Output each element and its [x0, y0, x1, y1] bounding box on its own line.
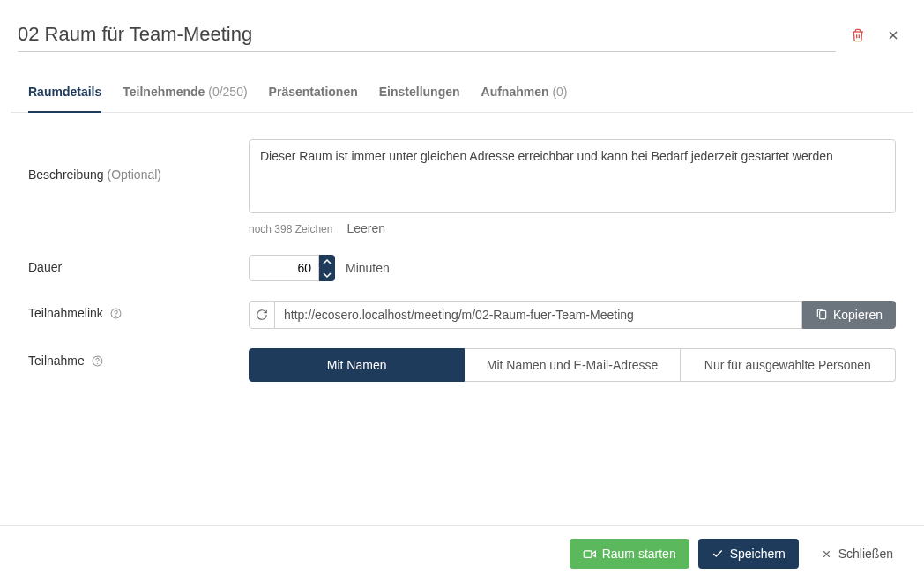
trash-icon — [851, 28, 865, 42]
svg-point-6 — [97, 363, 98, 364]
label-optional: (Optional) — [108, 168, 161, 182]
duration-stepper-buttons — [319, 255, 335, 281]
description-textarea[interactable] — [249, 139, 896, 213]
svg-rect-4 — [820, 310, 826, 318]
start-room-button[interactable]: Raum starten — [570, 539, 689, 569]
close-button[interactable] — [880, 22, 906, 48]
participation-field: Mit Namen Mit Namen und E-Mail-Adresse N… — [249, 348, 896, 382]
label-text: Teilnahmelink — [28, 306, 103, 320]
svg-point-3 — [116, 316, 116, 317]
close-icon — [821, 548, 832, 560]
description-meta: noch 398 Zeichen Leeren — [249, 221, 896, 235]
check-icon — [712, 547, 724, 560]
duration-input[interactable] — [249, 255, 319, 281]
link-input[interactable] — [275, 301, 802, 329]
participation-label: Teilnahme — [28, 348, 249, 368]
duration-decrement-button[interactable] — [319, 268, 335, 281]
footer: Raum starten Speichern Schließen — [0, 525, 924, 581]
close-icon — [886, 28, 900, 42]
tab-teilnehmende[interactable]: Teilnehmende (0/250) — [123, 72, 247, 113]
description-label: Beschreibung (Optional) — [28, 139, 249, 182]
svg-marker-8 — [592, 551, 595, 556]
tab-label: Präsentationen — [269, 85, 358, 99]
help-icon[interactable] — [110, 308, 122, 319]
tab-label: Einstellungen — [379, 85, 460, 99]
row-duration: Dauer Minuten — [28, 255, 896, 281]
link-field: Kopieren — [249, 301, 896, 329]
tab-praesentationen[interactable]: Präsentationen — [269, 72, 358, 113]
regenerate-link-button[interactable] — [249, 301, 275, 329]
label-text: Teilnahme — [28, 354, 85, 368]
participation-option-name-email[interactable]: Mit Namen und E-Mail-Adresse — [465, 348, 680, 382]
duration-increment-button[interactable] — [319, 255, 335, 268]
clear-description-button[interactable]: Leeren — [346, 221, 385, 235]
help-icon[interactable] — [92, 355, 103, 367]
row-link: Teilnahmelink Kopieren — [28, 301, 896, 329]
content-area: Beschreibung (Optional) noch 398 Zeichen… — [0, 113, 924, 525]
tab-label: Teilnehmende — [123, 85, 205, 99]
duration-field: Minuten — [249, 255, 896, 281]
duration-label: Dauer — [28, 255, 249, 274]
participation-option-name[interactable]: Mit Namen — [249, 348, 465, 382]
duration-unit: Minuten — [346, 261, 390, 275]
tab-label: Aufnahmen — [481, 85, 549, 99]
chevron-down-icon — [323, 272, 332, 278]
row-description: Beschreibung (Optional) noch 398 Zeichen… — [28, 139, 896, 235]
header — [0, 0, 924, 63]
duration-stepper — [249, 255, 335, 281]
tab-aufnahmen[interactable]: Aufnahmen (0) — [481, 72, 568, 113]
button-label: Speichern — [730, 547, 786, 561]
description-field: noch 398 Zeichen Leeren — [249, 139, 896, 235]
copy-link-button[interactable]: Kopieren — [802, 301, 896, 329]
save-button[interactable]: Speichern — [698, 539, 799, 569]
row-participation: Teilnahme Mit Namen Mit Namen und E-Mail… — [28, 348, 896, 382]
button-label: Raum starten — [602, 547, 676, 561]
link-controls: Kopieren — [249, 301, 896, 329]
delete-button[interactable] — [845, 22, 871, 48]
close-footer-button[interactable]: Schließen — [808, 539, 906, 569]
tab-bar: Raumdetails Teilnehmende (0/250) Präsent… — [11, 71, 913, 113]
tab-count: (0/250) — [208, 85, 247, 99]
label-text: Beschreibung — [28, 168, 104, 182]
tab-count: (0) — [552, 85, 567, 99]
tab-raumdetails[interactable]: Raumdetails — [28, 72, 101, 113]
char-counter: noch 398 Zeichen — [249, 223, 332, 235]
chevron-up-icon — [323, 259, 332, 264]
svg-rect-7 — [584, 550, 592, 557]
refresh-icon — [256, 309, 268, 321]
video-icon — [583, 547, 596, 561]
room-title-input[interactable] — [18, 18, 836, 52]
participation-option-selected[interactable]: Nur für ausgewählte Personen — [681, 348, 896, 382]
clipboard-icon — [816, 309, 828, 321]
button-label: Schließen — [838, 547, 893, 561]
tab-einstellungen[interactable]: Einstellungen — [379, 72, 460, 113]
participation-segmented: Mit Namen Mit Namen und E-Mail-Adresse N… — [249, 348, 896, 382]
copy-label: Kopieren — [833, 308, 883, 322]
tab-label: Raumdetails — [28, 85, 101, 99]
link-label: Teilnahmelink — [28, 301, 249, 320]
